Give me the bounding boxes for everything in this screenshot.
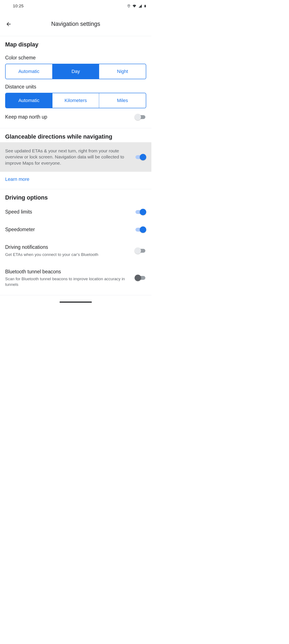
- color-scheme-day[interactable]: Day: [52, 64, 99, 79]
- speedometer-switch[interactable]: [135, 226, 146, 233]
- distance-units-group: Automatic Kilometers Miles: [5, 93, 146, 108]
- battery-icon: [144, 4, 147, 8]
- learn-more-link[interactable]: Learn more: [0, 172, 151, 187]
- speed-limits-label: Speed limits: [5, 209, 130, 215]
- section-glanceable: Glanceable directions while navigating: [0, 128, 151, 142]
- glanceable-switch[interactable]: [135, 154, 146, 160]
- distance-units-label: Distance units: [0, 79, 151, 93]
- distance-units-miles[interactable]: Miles: [99, 93, 146, 108]
- bluetooth-beacons-switch[interactable]: [135, 275, 146, 281]
- back-button[interactable]: [3, 19, 14, 29]
- status-time: 10:25: [13, 4, 24, 8]
- keep-north-row[interactable]: Keep map north up: [0, 108, 151, 126]
- driving-notifications-switch[interactable]: [135, 248, 146, 254]
- svg-point-0: [128, 5, 129, 6]
- color-scheme-automatic[interactable]: Automatic: [5, 64, 52, 79]
- glanceable-desc: See updated ETAs & your next turn, right…: [5, 148, 130, 166]
- status-icons: [127, 4, 147, 8]
- speed-limits-row[interactable]: Speed limits: [0, 203, 151, 221]
- driving-notifications-row[interactable]: Driving notifications Get ETAs when you …: [0, 238, 151, 263]
- section-map-display: Map display: [0, 36, 151, 50]
- page-title: Navigation settings: [0, 21, 151, 27]
- glanceable-row[interactable]: See updated ETAs & your next turn, right…: [0, 142, 151, 172]
- keep-north-switch[interactable]: [135, 114, 146, 120]
- distance-units-automatic[interactable]: Automatic: [5, 93, 52, 108]
- driving-notifications-label: Driving notifications: [5, 244, 130, 250]
- speed-limits-switch[interactable]: [135, 209, 146, 215]
- keep-north-label: Keep map north up: [5, 114, 130, 120]
- wifi-icon: [132, 4, 137, 8]
- app-bar: Navigation settings: [0, 12, 151, 36]
- location-icon: [127, 4, 131, 8]
- section-driving-options: Driving options: [0, 189, 151, 203]
- speedometer-label: Speedometer: [5, 226, 130, 233]
- color-scheme-group: Automatic Day Night: [5, 64, 146, 79]
- bluetooth-beacons-label: Bluetooth tunnel beacons: [5, 268, 130, 275]
- color-scheme-label: Color scheme: [0, 50, 151, 64]
- bluetooth-beacons-sub: Scan for Bluetooth tunnel beacons to imp…: [5, 276, 130, 287]
- gesture-bar: [0, 295, 151, 305]
- bluetooth-beacons-row[interactable]: Bluetooth tunnel beacons Scan for Blueto…: [0, 263, 151, 293]
- status-bar: 10:25: [0, 0, 151, 12]
- distance-units-kilometers[interactable]: Kilometers: [52, 93, 99, 108]
- speedometer-row[interactable]: Speedometer: [0, 221, 151, 238]
- driving-notifications-sub: Get ETAs when you connect to your car's …: [5, 252, 130, 258]
- arrow-back-icon: [5, 21, 11, 27]
- color-scheme-night[interactable]: Night: [99, 64, 146, 79]
- cellular-icon: [138, 4, 142, 8]
